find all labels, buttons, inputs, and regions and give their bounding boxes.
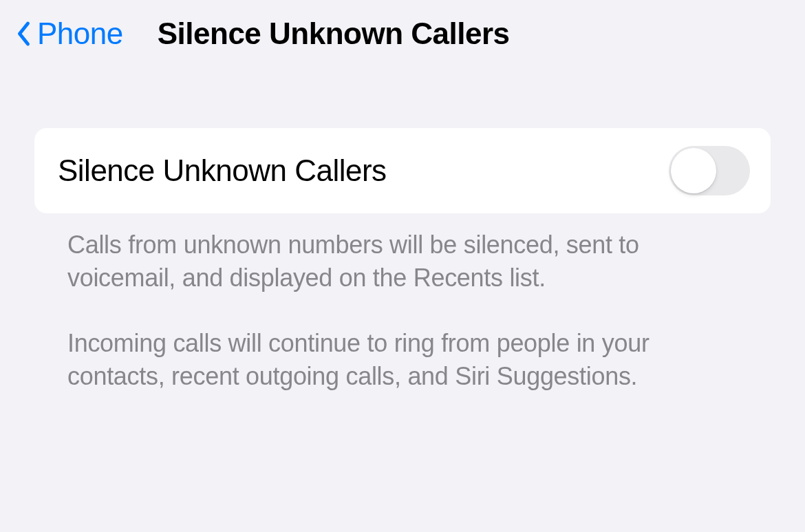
settings-group: Silence Unknown Callers [34, 128, 771, 213]
silence-unknown-callers-row: Silence Unknown Callers [34, 128, 771, 213]
content-area: Silence Unknown Callers Calls from unkno… [0, 62, 805, 392]
footer-paragraph-1: Calls from unknown numbers will be silen… [67, 228, 746, 294]
back-button-label: Phone [37, 17, 123, 51]
toggle-knob [671, 148, 716, 193]
footer-paragraph-2: Incoming calls will continue to ring fro… [67, 327, 746, 392]
navigation-bar: Phone Silence Unknown Callers [0, 0, 805, 62]
chevron-left-icon [14, 19, 33, 49]
row-label: Silence Unknown Callers [58, 153, 387, 188]
back-button[interactable]: Phone [14, 17, 123, 51]
footer-description: Calls from unknown numbers will be silen… [34, 213, 771, 392]
silence-unknown-callers-toggle[interactable] [669, 146, 750, 195]
page-title: Silence Unknown Callers [158, 17, 510, 51]
